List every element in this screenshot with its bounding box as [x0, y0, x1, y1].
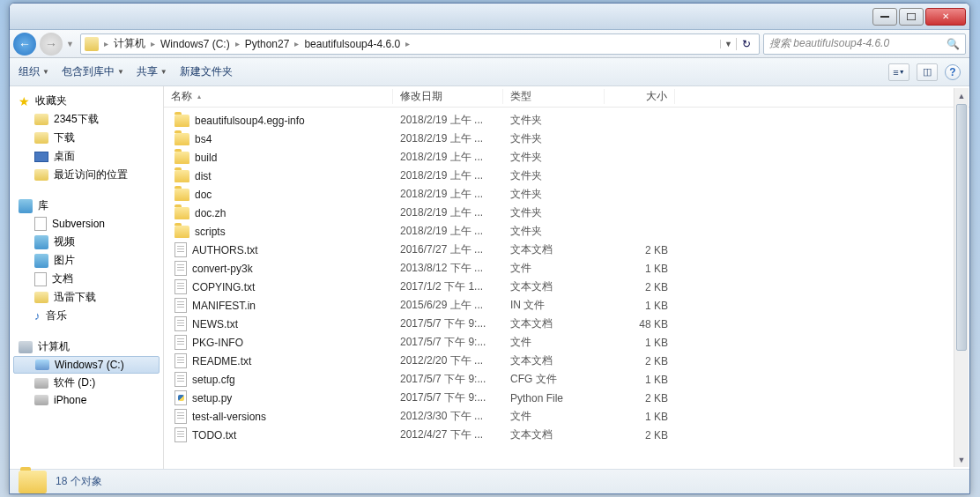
file-date: 2018/2/19 上午 ...	[393, 113, 503, 128]
file-type: 文件夹	[503, 131, 605, 146]
file-row[interactable]: build2018/2/19 上午 ...文件夹	[164, 148, 969, 167]
file-row[interactable]: dist2018/2/19 上午 ...文件夹	[164, 167, 969, 185]
device-icon	[34, 395, 48, 405]
recent-icon	[34, 169, 48, 181]
file-row[interactable]: AUTHORS.txt2016/7/27 上午 ...文本文档2 KB	[164, 241, 969, 259]
file-row[interactable]: PKG-INFO2017/5/7 下午 9:...文件1 KB	[164, 333, 969, 352]
sidebar-item-subversion[interactable]: Subversion	[10, 215, 163, 233]
file-type: 文件	[503, 409, 605, 424]
breadcrumb-separator-icon[interactable]: ▸	[293, 39, 301, 48]
sidebar-item-drive-c[interactable]: Windows7 (C:)	[13, 356, 160, 374]
sidebar-item-documents[interactable]: 文档	[10, 270, 163, 288]
breadcrumb-separator-icon[interactable]: ▸	[149, 39, 157, 48]
include-in-library-menu[interactable]: 包含到库中 ▼	[62, 64, 124, 79]
back-button[interactable]: ←	[13, 33, 36, 56]
file-name: README.txt	[192, 355, 251, 367]
file-name: build	[195, 152, 217, 164]
sidebar-item-iphone[interactable]: iPhone	[10, 392, 163, 408]
breadcrumb-item[interactable]: beautifulsoup4-4.6.0	[301, 38, 404, 50]
text-file-icon	[174, 427, 187, 442]
column-headers: 名称▴ 修改日期 类型 大小	[164, 86, 969, 108]
file-date: 2012/3/30 下午 ...	[393, 409, 503, 424]
file-row[interactable]: beautifulsoup4.egg-info2018/2/19 上午 ...文…	[164, 111, 969, 130]
file-date: 2012/2/20 下午 ...	[393, 353, 503, 368]
scrollbar-thumb[interactable]	[956, 104, 967, 351]
file-row[interactable]: doc.zh2018/2/19 上午 ...文件夹	[164, 204, 969, 222]
vertical-scrollbar[interactable]: ▲ ▼	[954, 88, 969, 467]
sidebar-item-drive-d[interactable]: 软件 (D:)	[10, 374, 163, 392]
folder-icon	[174, 207, 189, 219]
file-size: 2 KB	[605, 392, 675, 404]
file-row[interactable]: scripts2018/2/19 上午 ...文件夹	[164, 222, 969, 241]
help-button[interactable]: ?	[945, 64, 961, 80]
sidebar-item-xunlei[interactable]: 迅雷下载	[10, 288, 163, 307]
file-row[interactable]: doc2018/2/19 上午 ...文件夹	[164, 185, 969, 204]
file-row[interactable]: bs42018/2/19 上午 ...文件夹	[164, 130, 969, 148]
file-row[interactable]: convert-py3k2013/8/12 下午 ...文件1 KB	[164, 259, 969, 278]
file-type: 文件夹	[503, 150, 605, 165]
libraries-header[interactable]: 库	[10, 197, 163, 215]
drive-icon	[35, 360, 49, 370]
minimize-button[interactable]	[872, 8, 897, 26]
breadcrumb-separator-icon[interactable]: ▸	[234, 39, 241, 48]
column-name[interactable]: 名称▴	[164, 89, 393, 104]
file-row[interactable]: setup.py2017/5/7 下午 9:...Python File2 KB	[164, 389, 969, 407]
file-size: 48 KB	[605, 318, 675, 330]
file-row[interactable]: test-all-versions2012/3/30 下午 ...文件1 KB	[164, 407, 969, 426]
breadcrumb-item[interactable]: Windows7 (C:)	[157, 38, 234, 50]
file-name: doc.zh	[195, 207, 226, 219]
sidebar-item-music[interactable]: ♪音乐	[10, 307, 163, 325]
file-row[interactable]: MANIFEST.in2015/6/29 上午 ...IN 文件1 KB	[164, 296, 969, 315]
file-name: scripts	[195, 226, 226, 238]
text-file-icon	[174, 242, 187, 257]
share-menu[interactable]: 共享 ▼	[137, 64, 167, 79]
folder-icon	[174, 152, 189, 164]
sidebar-item-desktop[interactable]: 桌面	[10, 147, 163, 166]
sidebar-item-videos[interactable]: 视频	[10, 233, 163, 251]
file-name: doc	[195, 189, 212, 201]
search-icon[interactable]: 🔍	[947, 38, 960, 50]
sidebar-item-2345-download[interactable]: 2345下载	[10, 110, 163, 129]
sidebar-item-pictures[interactable]: 图片	[10, 251, 163, 270]
file-row[interactable]: setup.cfg2017/5/7 下午 9:...CFG 文件1 KB	[164, 370, 969, 389]
file-row[interactable]: COPYING.txt2017/1/2 下午 1...文本文档2 KB	[164, 278, 969, 296]
file-row[interactable]: README.txt2012/2/20 下午 ...文本文档2 KB	[164, 352, 969, 370]
file-name: MANIFEST.in	[192, 300, 256, 312]
organize-menu[interactable]: 组织 ▼	[19, 64, 49, 79]
breadcrumb-item[interactable]: 计算机	[110, 36, 149, 51]
folder-icon	[174, 115, 189, 127]
file-date: 2017/5/7 下午 9:...	[393, 372, 503, 387]
column-size[interactable]: 大小	[605, 89, 675, 104]
file-name: test-all-versions	[192, 411, 266, 423]
favorites-header[interactable]: ★收藏夹	[10, 92, 163, 110]
breadcrumb-separator-icon[interactable]: ▸	[404, 39, 412, 48]
search-input[interactable]: 搜索 beautifulsoup4-4.6.0 🔍	[763, 33, 966, 55]
computer-header[interactable]: 计算机	[10, 338, 163, 356]
file-date: 2018/2/19 上午 ...	[393, 131, 503, 146]
sidebar-item-recent[interactable]: 最近访问的位置	[10, 166, 163, 184]
breadcrumb-item[interactable]: Python27	[241, 38, 293, 50]
forward-button[interactable]: →	[40, 33, 63, 56]
column-type[interactable]: 类型	[503, 89, 605, 104]
breadcrumb-separator-icon[interactable]: ▸	[102, 39, 110, 48]
new-folder-button[interactable]: 新建文件夹	[180, 64, 233, 79]
refresh-button[interactable]: ↻	[736, 38, 755, 50]
maximize-button[interactable]	[899, 8, 924, 26]
file-size: 2 KB	[605, 244, 675, 256]
path-dropdown[interactable]: ▼	[720, 40, 736, 48]
document-icon	[34, 272, 47, 286]
preview-pane-button[interactable]: ◫	[917, 63, 938, 81]
scroll-up-icon[interactable]: ▲	[954, 88, 969, 103]
file-type: 文件夹	[503, 187, 605, 202]
close-button[interactable]: ✕	[925, 8, 966, 26]
scroll-down-icon[interactable]: ▼	[954, 452, 969, 467]
file-row[interactable]: TODO.txt2012/4/27 下午 ...文本文档2 KB	[164, 426, 969, 444]
column-date[interactable]: 修改日期	[393, 89, 503, 104]
folder-icon	[174, 226, 189, 238]
breadcrumb[interactable]: ▸ 计算机 ▸ Windows7 (C:) ▸ Python27 ▸ beaut…	[80, 33, 760, 55]
file-row[interactable]: NEWS.txt2017/5/7 下午 9:...文本文档48 KB	[164, 315, 969, 333]
view-options-button[interactable]: ≡ ▼	[888, 63, 909, 81]
file-name: TODO.txt	[192, 429, 236, 441]
history-dropdown[interactable]: ▼	[66, 40, 77, 48]
sidebar-item-downloads[interactable]: 下载	[10, 129, 163, 147]
